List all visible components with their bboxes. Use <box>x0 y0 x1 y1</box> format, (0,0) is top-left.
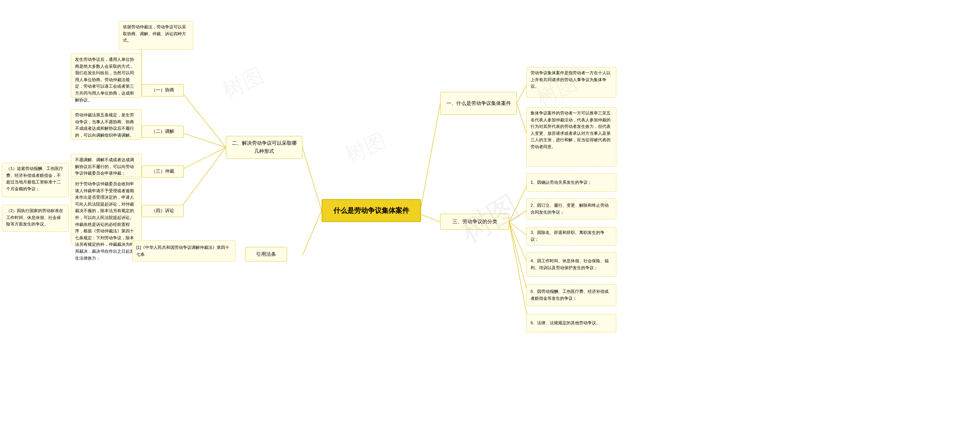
svg-line-3 <box>421 214 440 222</box>
svg-line-2 <box>421 103 440 207</box>
class-1-text: 1、因确认劳动关系发生的争议； <box>531 179 592 186</box>
zhongcai-node: （三）仲裁 <box>142 165 184 178</box>
tiaojie-label: （二）调解 <box>151 128 174 135</box>
right-branch2-title: 三、劳动争议的分类 <box>440 214 509 230</box>
right-branch1-detail2-text: 集体争议案件的劳动者一方可以推举三至五名代表人参加仲裁活动，代表人参加仲裁的行为… <box>531 111 611 149</box>
mind-map: 什么是劳动争议集体案件 依据劳动仲裁法，劳动争议可以采取协商、调解、仲裁、诉讼四… <box>0 0 980 438</box>
svg-line-18 <box>509 222 528 265</box>
tiaojie-detail-text: 劳动仲裁法第五条规定，发生劳动争议，当事人不愿协商、协商不成或者达成和解协议后不… <box>75 113 134 137</box>
yinyong-label: 引用法条 <box>256 250 276 258</box>
zhongcai-detail-text: 不愿调解、调解不成或者达成调解协议后不履行的，可以向劳动争议仲裁委员会申请仲裁； <box>75 157 134 175</box>
class-item-3: 3、因除名、辞退和辞职、离职发生的争议； <box>526 227 616 245</box>
class-item-5: 5、因劳动报酬、工伤医疗费、经济补偿或者赔偿金等发生的争议； <box>526 284 616 306</box>
class-3-text: 3、因除名、辞退和辞职、离职发生的争议； <box>531 229 612 243</box>
yinyong-child-text: [1]《中华人民共和国劳动争议调解仲裁法》第四十七条 <box>136 244 231 258</box>
top-note-node: 依据劳动仲裁法，劳动争议可以采取协商、调解、仲裁、诉讼四种方式。 <box>119 21 193 50</box>
svg-line-15 <box>509 183 528 222</box>
far-left-1: （1）追索劳动报酬、工伤医疗费、经济补偿或者赔偿金，不超过当地月最低工资标准十二… <box>2 163 69 197</box>
class-item-4: 4、因工作时间、休息休假、社会保险、福利、培训以及劳动保护发生的争议； <box>526 252 616 277</box>
svg-line-7 <box>180 147 226 209</box>
top-note-text: 依据劳动仲裁法，劳动争议可以采取协商、调解、仲裁、诉讼四种方式。 <box>123 25 186 42</box>
class-item-2: 2、因订立、履行、变更、解除和终止劳动合同发生的争议； <box>526 198 616 219</box>
svg-line-4 <box>180 90 226 147</box>
right-branch1-label: 一、什么是劳动争议集体案件 <box>446 100 511 108</box>
tiaojie-node: （二）调解 <box>142 126 184 138</box>
zhongcai-detail: 不愿调解、调解不成或者达成调解协议后不履行的，可以向劳动争议仲裁委员会申请仲裁； <box>71 154 142 177</box>
yinyong-node: 引用法条 <box>245 247 287 261</box>
class-5-text: 5、因劳动报酬、工伤医疗费、经济补偿或者赔偿金等发生的争议； <box>531 288 612 302</box>
class-6-text: 6、法律、法规规定的其他劳动争议。 <box>531 320 600 327</box>
xieshang-node: （一）协商 <box>142 84 184 96</box>
class-item-6: 6、法律、法规规定的其他劳动争议。 <box>526 314 616 332</box>
far-left-1-text: （1）追索劳动报酬、工伤医疗费、经济补偿或者赔偿金，不超过当地月最低工资标准十二… <box>6 166 63 191</box>
left-branch-label: 二、解决劳动争议可以采取哪几种形式 <box>230 139 298 155</box>
right-branch2-label: 三、劳动争议的分类 <box>452 218 497 226</box>
far-left-2-text: （2）因执行国家的劳动标准在工作时间、休息休假、社会保险等方面发生的争议。 <box>6 208 63 226</box>
center-node: 什么是劳动争议集体案件 <box>322 199 421 222</box>
xieshang-detail: 发生劳动争议后，通用人单位协商是绝大多数人会采取的方式，我们在发生纠纷后，当然可… <box>71 54 142 98</box>
class-2-text: 2、因订立、履行、变更、解除和终止劳动合同发生的争议； <box>531 202 612 216</box>
class-item-1: 1、因确认劳动关系发生的争议； <box>526 173 616 192</box>
svg-line-0 <box>302 147 322 211</box>
xieshang-label: （一）协商 <box>151 87 174 94</box>
yinyong-child: [1]《中华人民共和国劳动争议调解仲裁法》第四十七条 <box>132 240 235 261</box>
svg-line-16 <box>509 209 528 222</box>
susong-detail-text: 对于劳动争议仲裁委员会收到申请人仲裁申请不予受理或者逾期未作出是否受理决定的，申… <box>75 181 134 260</box>
svg-line-6 <box>180 147 226 170</box>
right-branch1-title: 一、什么是劳动争议集体案件 <box>440 92 517 115</box>
xieshang-detail-text: 发生劳动争议后，通用人单位协商是绝大多数人会采取的方式，我们在发生纠纷后，当然可… <box>75 57 134 102</box>
susong-label: （四）诉讼 <box>151 207 174 214</box>
left-branch-title: 二、解决劳动争议可以采取哪几种形式 <box>226 136 302 159</box>
watermark-3: 树图 <box>341 126 391 170</box>
svg-line-1 <box>302 211 322 255</box>
class-4-text: 4、因工作时间、休息休假、社会保险、福利、培训以及劳动保护发生的争议； <box>531 258 612 271</box>
svg-line-20 <box>509 222 528 322</box>
susong-node: （四）诉讼 <box>142 205 184 217</box>
far-left-2: （2）因执行国家的劳动标准在工作时间、休息休假、社会保险等方面发生的争议。 <box>2 205 69 232</box>
svg-line-19 <box>509 222 528 296</box>
svg-line-17 <box>509 222 528 236</box>
svg-line-5 <box>180 132 226 147</box>
center-label: 什么是劳动争议集体案件 <box>333 205 409 216</box>
watermark-2: 树图 <box>218 61 268 105</box>
right-branch1-detail1: 劳动争议集体案件是指劳动者一方在十人以上并有共同请求的劳动人事争议为集体争议。 <box>526 67 616 98</box>
right-branch1-detail2: 集体争议案件的劳动者一方可以推举三至五名代表人参加仲裁活动，代表人参加仲裁的行为… <box>526 107 616 167</box>
susong-detail: 对于劳动争议仲裁委员会收到申请人仲裁申请不予受理或者逾期未作出是否受理决定的，申… <box>71 178 142 245</box>
zhongcai-label: （三）仲裁 <box>151 168 174 175</box>
tiaojie-detail: 劳动仲裁法第五条规定，发生劳动争议，当事人不愿协商、协商不成或者达成和解协议后不… <box>71 109 142 140</box>
right-branch1-detail1-text: 劳动争议集体案件是指劳动者一方在十人以上并有共同请求的劳动人事争议为集体争议。 <box>531 70 611 88</box>
